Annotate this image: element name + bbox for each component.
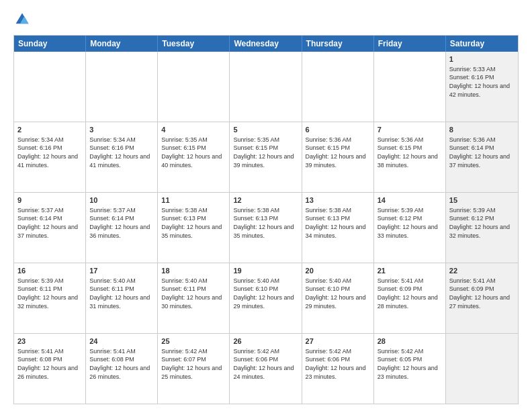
day-number: 12 [233,195,298,205]
calendar-cell: 19Sunrise: 5:40 AM Sunset: 6:10 PM Dayli… [230,263,302,333]
calendar-cell [374,52,446,122]
day-info: Sunrise: 5:41 AM Sunset: 6:09 PM Dayligh… [378,277,442,310]
calendar-cell: 21Sunrise: 5:41 AM Sunset: 6:09 PM Dayli… [374,263,446,333]
calendar-cell [158,52,230,122]
calendar-cell: 27Sunrise: 5:42 AM Sunset: 6:06 PM Dayli… [302,334,374,404]
day-number: 23 [17,336,82,347]
header-day-tuesday: Tuesday [158,36,230,52]
calendar-cell: 10Sunrise: 5:37 AM Sunset: 6:14 PM Dayli… [86,193,158,263]
day-number: 19 [233,266,298,276]
day-info: Sunrise: 5:33 AM Sunset: 6:16 PM Dayligh… [449,65,515,99]
calendar-cell: 13Sunrise: 5:38 AM Sunset: 6:13 PM Dayli… [302,193,374,263]
day-info: Sunrise: 5:39 AM Sunset: 6:12 PM Dayligh… [449,206,515,240]
day-number: 5 [233,125,298,135]
day-number: 18 [161,266,226,276]
day-number: 17 [89,266,154,276]
calendar-cell: 11Sunrise: 5:38 AM Sunset: 6:13 PM Dayli… [158,193,230,263]
day-info: Sunrise: 5:38 AM Sunset: 6:13 PM Dayligh… [233,206,298,240]
header-day-saturday: Saturday [446,36,518,52]
day-info: Sunrise: 5:40 AM Sunset: 6:11 PM Dayligh… [89,277,154,310]
day-info: Sunrise: 5:41 AM Sunset: 6:09 PM Dayligh… [449,277,515,310]
day-number: 11 [161,195,226,205]
day-info: Sunrise: 5:39 AM Sunset: 6:11 PM Dayligh… [17,277,82,310]
calendar-cell: 28Sunrise: 5:42 AM Sunset: 6:05 PM Dayli… [374,334,446,404]
day-number: 16 [17,266,82,276]
page-header [13,12,519,30]
day-info: Sunrise: 5:40 AM Sunset: 6:10 PM Dayligh… [233,277,298,310]
day-info: Sunrise: 5:37 AM Sunset: 6:14 PM Dayligh… [89,206,154,240]
day-number: 1 [449,54,515,64]
day-info: Sunrise: 5:38 AM Sunset: 6:13 PM Dayligh… [161,206,226,240]
day-number: 21 [378,266,442,276]
day-info: Sunrise: 5:36 AM Sunset: 6:15 PM Dayligh… [378,136,442,169]
calendar-cell: 16Sunrise: 5:39 AM Sunset: 6:11 PM Dayli… [14,263,86,333]
day-info: Sunrise: 5:36 AM Sunset: 6:15 PM Dayligh… [306,136,370,169]
calendar-cell: 1Sunrise: 5:33 AM Sunset: 6:16 PM Daylig… [446,52,518,122]
day-number: 8 [449,125,515,135]
day-info: Sunrise: 5:38 AM Sunset: 6:13 PM Dayligh… [306,206,370,240]
day-info: Sunrise: 5:41 AM Sunset: 6:08 PM Dayligh… [17,347,82,381]
day-number: 27 [306,336,370,347]
day-number: 13 [306,195,370,205]
calendar-cell [302,52,374,122]
day-info: Sunrise: 5:40 AM Sunset: 6:11 PM Dayligh… [161,277,226,310]
day-info: Sunrise: 5:35 AM Sunset: 6:15 PM Dayligh… [233,136,298,169]
day-info: Sunrise: 5:42 AM Sunset: 6:05 PM Dayligh… [378,347,442,381]
calendar-page: SundayMondayTuesdayWednesdayThursdayFrid… [0,0,532,411]
calendar-cell: 15Sunrise: 5:39 AM Sunset: 6:12 PM Dayli… [446,193,518,263]
calendar-cell: 12Sunrise: 5:38 AM Sunset: 6:13 PM Dayli… [230,193,302,263]
calendar-header: SundayMondayTuesdayWednesdayThursdayFrid… [14,36,518,52]
header-day-thursday: Thursday [302,36,374,52]
calendar-cell: 26Sunrise: 5:42 AM Sunset: 6:06 PM Dayli… [230,334,302,404]
calendar: SundayMondayTuesdayWednesdayThursdayFrid… [13,35,519,404]
day-number: 9 [17,195,82,205]
day-info: Sunrise: 5:34 AM Sunset: 6:16 PM Dayligh… [17,136,82,169]
header-day-monday: Monday [86,36,158,52]
calendar-cell: 17Sunrise: 5:40 AM Sunset: 6:11 PM Dayli… [86,263,158,333]
calendar-row-3: 9Sunrise: 5:37 AM Sunset: 6:14 PM Daylig… [14,192,518,263]
day-number: 4 [161,125,226,135]
day-number: 26 [233,336,298,347]
calendar-body: 1Sunrise: 5:33 AM Sunset: 6:16 PM Daylig… [14,52,518,404]
day-number: 14 [378,195,442,205]
calendar-cell: 6Sunrise: 5:36 AM Sunset: 6:15 PM Daylig… [302,122,374,192]
day-number: 22 [449,266,515,276]
header-day-wednesday: Wednesday [230,36,302,52]
calendar-cell: 5Sunrise: 5:35 AM Sunset: 6:15 PM Daylig… [230,122,302,192]
day-info: Sunrise: 5:35 AM Sunset: 6:15 PM Dayligh… [161,136,226,169]
calendar-row-4: 16Sunrise: 5:39 AM Sunset: 6:11 PM Dayli… [14,263,518,333]
header-day-sunday: Sunday [14,36,86,52]
calendar-cell [14,52,86,122]
calendar-row-5: 23Sunrise: 5:41 AM Sunset: 6:08 PM Dayli… [14,333,518,404]
day-number: 28 [378,336,442,347]
day-info: Sunrise: 5:39 AM Sunset: 6:12 PM Dayligh… [378,206,442,240]
day-info: Sunrise: 5:37 AM Sunset: 6:14 PM Dayligh… [17,206,82,240]
header-day-friday: Friday [374,36,446,52]
calendar-cell: 14Sunrise: 5:39 AM Sunset: 6:12 PM Dayli… [374,193,446,263]
day-info: Sunrise: 5:42 AM Sunset: 6:06 PM Dayligh… [306,347,370,381]
calendar-cell: 20Sunrise: 5:40 AM Sunset: 6:10 PM Dayli… [302,263,374,333]
day-info: Sunrise: 5:42 AM Sunset: 6:07 PM Dayligh… [161,347,226,381]
calendar-cell: 22Sunrise: 5:41 AM Sunset: 6:09 PM Dayli… [446,263,518,333]
logo [13,12,30,30]
day-number: 24 [89,336,154,347]
day-number: 3 [89,125,154,135]
day-info: Sunrise: 5:36 AM Sunset: 6:14 PM Dayligh… [449,136,515,169]
day-number: 20 [306,266,370,276]
day-info: Sunrise: 5:40 AM Sunset: 6:10 PM Dayligh… [306,277,370,310]
day-info: Sunrise: 5:34 AM Sunset: 6:16 PM Dayligh… [89,136,154,169]
day-number: 7 [378,125,442,135]
calendar-cell [230,52,302,122]
calendar-cell: 24Sunrise: 5:41 AM Sunset: 6:08 PM Dayli… [86,334,158,404]
day-number: 2 [17,125,82,135]
calendar-cell: 2Sunrise: 5:34 AM Sunset: 6:16 PM Daylig… [14,122,86,192]
day-number: 15 [449,195,515,205]
calendar-cell: 7Sunrise: 5:36 AM Sunset: 6:15 PM Daylig… [374,122,446,192]
calendar-cell: 3Sunrise: 5:34 AM Sunset: 6:16 PM Daylig… [86,122,158,192]
logo-icon [15,12,30,27]
calendar-cell: 25Sunrise: 5:42 AM Sunset: 6:07 PM Dayli… [158,334,230,404]
day-info: Sunrise: 5:41 AM Sunset: 6:08 PM Dayligh… [89,347,154,381]
calendar-cell: 9Sunrise: 5:37 AM Sunset: 6:14 PM Daylig… [14,193,86,263]
calendar-cell [86,52,158,122]
day-number: 6 [306,125,370,135]
